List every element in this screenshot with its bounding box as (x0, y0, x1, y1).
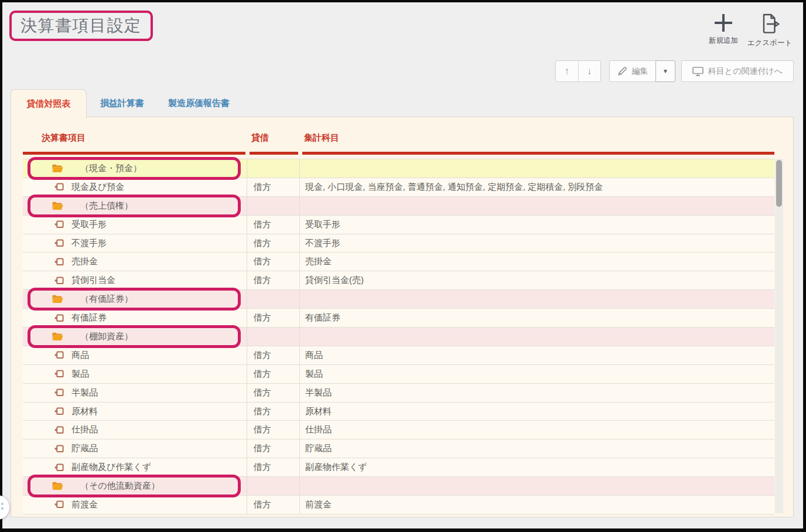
tag-icon (54, 370, 64, 378)
table-row[interactable]: 前渡金 借方 前渡金 (23, 496, 774, 514)
item-name-cell: （棚卸資産） (23, 328, 247, 346)
column-header-aggregated-accounts: 集計科目 (304, 132, 339, 144)
table-row[interactable]: 原材料 借方 原材料 (23, 403, 774, 421)
column-header-item: 決算書項目 (42, 132, 86, 144)
table-row[interactable]: 有価証券 借方 有価証券 (23, 309, 774, 328)
debit-credit-cell: 借方 (247, 365, 300, 383)
edge-drawer-handle[interactable] (0, 495, 9, 520)
item-name-cell: 受取手形 (23, 216, 247, 234)
debit-credit-cell: 借方 (247, 234, 300, 253)
item-name-cell: 有価証券 (23, 309, 247, 327)
linked-accounts-cell: 有価証券 (300, 309, 774, 327)
export-button[interactable]: エクスポート (745, 13, 794, 48)
tag-icon (54, 388, 64, 397)
table-row[interactable]: （売上債権） (23, 197, 774, 216)
linked-accounts-cell: 製品 (300, 365, 774, 383)
table-row[interactable]: 受取手形 借方 受取手形 (23, 216, 774, 234)
linked-accounts-cell (300, 159, 774, 178)
move-button-group: ↑ ↓ (555, 60, 601, 82)
table-row[interactable]: 半製品 借方 半製品 (23, 384, 774, 403)
linked-accounts-cell: 商品 (300, 346, 774, 364)
folder-icon (52, 332, 63, 341)
column-header-debit-credit: 貸借 (251, 132, 269, 144)
item-name-cell: 商品 (23, 346, 247, 364)
item-name: 貸倒引当金 (71, 275, 115, 286)
item-name: （有価証券） (80, 294, 133, 305)
export-icon (760, 13, 780, 34)
vertical-scrollbar-thumb[interactable] (776, 160, 782, 207)
linked-accounts-cell: 現金, 小口現金, 当座預金, 普通預金, 通知預金, 定期預金, 定期積金, … (300, 178, 774, 196)
debit-credit-cell: 借方 (247, 439, 300, 458)
table-row[interactable]: 商品 借方 商品 (23, 346, 774, 365)
balance-sheet-panel: 決算書項目 貸借 集計科目 （現金・預金） (11, 117, 794, 517)
debit-credit-cell (247, 159, 300, 178)
debit-credit-cell (247, 477, 300, 495)
linked-accounts-cell: 原材料 (300, 403, 774, 421)
relate-accounts-button[interactable]: 科目との関連付けへ (681, 60, 794, 82)
debit-credit-cell (247, 328, 300, 346)
tab-manufacturing-cost-report[interactable]: 製造原価報告書 (168, 89, 230, 117)
table-row[interactable]: 貸倒引当金 借方 貸倒引当金(売) (23, 271, 774, 290)
item-name: （その他流動資産） (80, 480, 160, 492)
debit-credit-cell: 借方 (247, 271, 300, 289)
item-name: 仕掛品 (71, 424, 98, 435)
table-row[interactable]: （棚卸資産） (23, 328, 774, 346)
tab-income-statement-label: 損益計算書 (100, 98, 144, 109)
folder-icon (52, 202, 63, 210)
item-name: 売掛金 (71, 256, 98, 267)
export-label: エクスポート (747, 38, 792, 48)
debit-credit-cell: 借方 (247, 458, 300, 476)
add-new-button[interactable]: 新規追加 (702, 13, 744, 46)
add-new-label: 新規追加 (709, 36, 738, 46)
tag-icon (54, 463, 64, 472)
debit-credit-cell: 借方 (247, 178, 300, 196)
edit-button[interactable]: 編集 (609, 60, 656, 82)
vertical-scrollbar-track[interactable] (775, 159, 783, 513)
item-name: 副産物及び作業くず (71, 462, 151, 473)
tag-icon (54, 183, 64, 191)
monitor-icon (692, 67, 703, 76)
linked-accounts-cell: 仕掛品 (300, 421, 774, 439)
tag-icon (54, 277, 64, 285)
caret-down-icon: ▼ (662, 68, 668, 74)
table-row[interactable]: （その他流動資産） (23, 477, 774, 496)
header-underline (302, 152, 774, 155)
table-row[interactable]: 仕掛品 借方 仕掛品 (23, 421, 774, 439)
linked-accounts-cell: 前渡金 (300, 496, 774, 514)
table-row[interactable]: 不渡手形 借方 不渡手形 (23, 234, 774, 253)
item-name: 有価証券 (71, 312, 107, 323)
item-name-cell: 不渡手形 (23, 234, 247, 253)
edit-dropdown-button[interactable]: ▼ (655, 60, 675, 82)
page-title-highlight: 決算書項目設定 (9, 11, 153, 41)
item-name-cell: 製品 (23, 365, 247, 383)
table-row[interactable]: 貯蔵品 借方 貯蔵品 (23, 439, 774, 458)
arrow-up-icon: ↑ (565, 66, 570, 77)
item-name-cell: 半製品 (23, 384, 247, 402)
tag-icon (54, 500, 64, 509)
linked-accounts-cell (300, 197, 774, 215)
table-row[interactable]: 売掛金 借方 売掛金 (23, 253, 774, 271)
item-name-cell: 現金及び預金 (23, 178, 247, 196)
move-down-button[interactable]: ↓ (579, 61, 601, 81)
item-name-cell: 副産物及び作業くず (23, 458, 247, 476)
table-row[interactable]: 副産物及び作業くず 借方 副産物作業くず (23, 458, 774, 477)
folder-icon (52, 295, 63, 303)
table-row[interactable]: （現金・預金） (23, 159, 774, 178)
item-name-cell: 貸倒引当金 (23, 271, 247, 289)
item-name-cell: （売上債権） (23, 197, 247, 215)
tab-balance-sheet[interactable]: 貸借対照表 (11, 89, 87, 118)
item-name: 半製品 (71, 387, 98, 398)
item-name-cell: 仕掛品 (23, 421, 247, 439)
arrow-down-icon: ↓ (587, 66, 592, 77)
move-up-button[interactable]: ↑ (556, 61, 579, 81)
table-row[interactable]: 製品 借方 製品 (23, 365, 774, 384)
table-row[interactable]: 現金及び預金 借方 現金, 小口現金, 当座預金, 普通預金, 通知預金, 定期… (23, 178, 774, 197)
folder-icon (52, 482, 63, 490)
table-row[interactable]: （有価証券） (23, 290, 774, 309)
tab-income-statement[interactable]: 損益計算書 (100, 89, 144, 117)
item-name-cell: （有価証券） (23, 290, 247, 308)
item-name: 現金及び預金 (71, 182, 124, 193)
debit-credit-cell (247, 197, 300, 215)
folder-icon (52, 164, 63, 173)
debit-credit-cell: 借方 (247, 346, 300, 364)
